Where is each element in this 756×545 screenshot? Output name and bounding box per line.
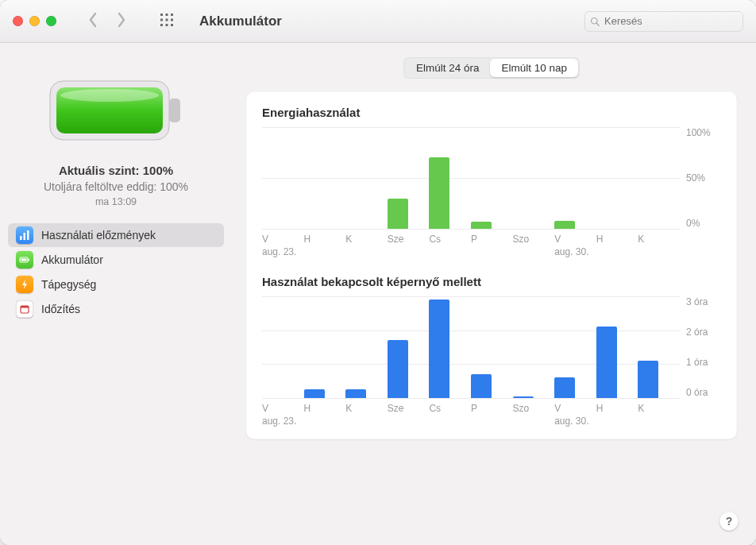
x-date [429, 416, 471, 427]
svg-rect-4 [166, 18, 168, 21]
close-button[interactable] [13, 16, 23, 26]
x-date [513, 416, 555, 427]
energy-x-dates: aug. 23.aug. 30. [262, 246, 680, 257]
x-date [471, 246, 513, 257]
x-tick: K [638, 403, 680, 414]
svg-rect-2 [171, 14, 173, 16]
energy-x-axis: VHKSzeCsPSzoVHK [262, 234, 680, 245]
x-tick: K [345, 403, 388, 414]
svg-rect-6 [160, 24, 163, 26]
zoom-button[interactable] [46, 16, 56, 26]
svg-rect-8 [171, 24, 173, 26]
svg-rect-3 [160, 18, 163, 21]
x-date [513, 246, 555, 257]
svg-rect-5 [171, 18, 173, 21]
energy-usage-chart: Energiahasználat 100% 50% 0% [262, 106, 721, 257]
x-tick: Szo [513, 234, 555, 245]
x-date: aug. 30. [554, 246, 596, 257]
svg-rect-0 [160, 14, 163, 16]
svg-rect-20 [21, 259, 27, 261]
screen-on-usage-chart: Használat bekapcsolt képernyő mellett 3 … [262, 275, 721, 427]
sidebar-item-usage-history[interactable]: Használati előzmények [8, 223, 224, 247]
x-date: aug. 30. [554, 416, 596, 427]
sidebar-item-label: Tápegység [41, 278, 96, 291]
x-tick: H [304, 403, 346, 414]
help-icon: ? [726, 515, 733, 528]
x-tick: H [304, 234, 346, 245]
forward-button[interactable] [115, 12, 128, 31]
x-date [596, 246, 638, 257]
show-all-button[interactable] [160, 13, 174, 30]
x-date [388, 246, 430, 257]
svg-rect-16 [24, 233, 26, 240]
svg-rect-19 [29, 259, 30, 261]
x-date [596, 416, 638, 427]
usage-history-icon [16, 226, 33, 244]
search-input[interactable] [604, 15, 738, 27]
svg-rect-7 [166, 24, 168, 26]
svg-rect-15 [20, 236, 22, 240]
x-date [345, 246, 388, 257]
x-date: aug. 23. [262, 246, 304, 257]
x-date [471, 416, 513, 427]
titlebar: Akkumulátor [0, 0, 756, 43]
y-tick: 2 óra [686, 327, 708, 338]
x-tick: K [638, 234, 680, 245]
x-tick: V [262, 234, 304, 245]
minimize-button[interactable] [29, 16, 40, 26]
x-tick: H [596, 234, 638, 245]
x-tick: Sze [388, 403, 430, 414]
battery-icon [16, 251, 33, 269]
x-tick: V [262, 403, 304, 414]
battery-illustration [48, 76, 183, 148]
x-tick: P [471, 403, 513, 414]
tab-last-10-days[interactable]: Elmúlt 10 nap [490, 59, 578, 77]
y-tick: 100% [686, 127, 711, 138]
back-button[interactable] [87, 12, 99, 31]
screen-x-dates: aug. 23.aug. 30. [262, 416, 680, 427]
screen-y-axis: 3 óra 2 óra 1 óra 0 óra [680, 296, 721, 398]
help-button[interactable]: ? [719, 512, 739, 531]
x-date [638, 246, 680, 257]
x-tick: V [554, 403, 596, 414]
charts-panel: Energiahasználat 100% 50% 0% [246, 91, 737, 439]
energy-y-axis: 100% 50% 0% [680, 127, 721, 229]
schedule-icon [16, 300, 33, 318]
svg-line-10 [596, 23, 599, 25]
y-tick: 0 óra [686, 387, 708, 398]
power-adapter-icon [16, 276, 33, 293]
x-tick: Cs [429, 403, 471, 414]
x-tick: V [554, 234, 596, 245]
last-charged-time: ma 13:09 [0, 196, 232, 207]
sidebar-item-power-adapter[interactable]: Tápegység [8, 272, 224, 296]
y-tick: 1 óra [686, 357, 708, 368]
sidebar: Aktuális szint: 100% Utoljára feltöltve … [0, 43, 232, 545]
sidebar-item-battery[interactable]: Akkumulátor [8, 248, 224, 272]
current-level: Aktuális szint: 100% [0, 164, 232, 177]
x-tick: Cs [429, 234, 471, 245]
x-tick: P [471, 234, 513, 245]
search-field[interactable] [584, 11, 743, 32]
x-date [388, 416, 430, 427]
sidebar-list: Használati előzmények Akkumulátor Tápegy… [0, 223, 232, 321]
sidebar-item-schedule[interactable]: Időzítés [8, 297, 224, 321]
x-tick: Szo [513, 403, 555, 414]
search-icon [590, 16, 600, 27]
svg-point-14 [60, 89, 159, 102]
y-tick: 0% [686, 218, 700, 229]
svg-rect-12 [169, 99, 180, 122]
x-tick: K [345, 234, 388, 245]
chart-title: Energiahasználat [262, 106, 721, 119]
x-date [429, 246, 471, 257]
y-tick: 3 óra [686, 296, 708, 307]
time-range-segmented: Elmúlt 24 óra Elmúlt 10 nap [403, 57, 580, 79]
nav-arrows [87, 12, 128, 31]
sidebar-item-label: Akkumulátor [41, 253, 103, 266]
x-tick: H [596, 403, 638, 414]
tab-last-24h[interactable]: Elmúlt 24 óra [405, 59, 491, 77]
chart-title: Használat bekapcsolt képernyő mellett [262, 275, 721, 288]
sidebar-item-label: Időzítés [41, 303, 80, 315]
last-charged: Utoljára feltöltve eddig: 100% [0, 180, 232, 193]
svg-rect-17 [27, 230, 29, 240]
window-controls [13, 16, 56, 26]
